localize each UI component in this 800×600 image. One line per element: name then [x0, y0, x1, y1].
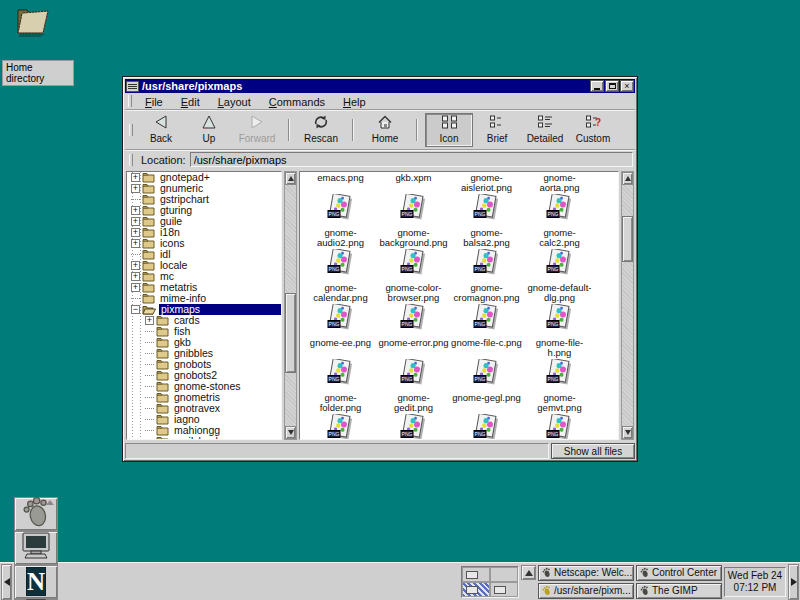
- tree-item-idl[interactable]: idl: [127, 249, 281, 260]
- file-gnome-gedit-png[interactable]: PNGgnome-gedit.png: [377, 356, 450, 411]
- tree-item-mailcheck[interactable]: mailcheck: [127, 436, 281, 440]
- pager-cell-1[interactable]: [462, 567, 490, 582]
- file-gnome-folder-png[interactable]: PNGgnome-folder.png: [304, 356, 377, 411]
- file-item-partial[interactable]: PNG: [377, 411, 450, 440]
- file-gnome-file-h-png[interactable]: PNGgnome-file-h.png: [523, 301, 596, 356]
- maximize-button[interactable]: [605, 80, 619, 92]
- menu-layout[interactable]: Layout: [209, 95, 260, 109]
- menu-edit[interactable]: Edit: [172, 95, 209, 109]
- window-menu-icon[interactable]: [126, 81, 139, 92]
- file-gnome-aisleriot-png[interactable]: PNGgnome-aisleriot.png: [450, 171, 523, 191]
- file-gnome-aorta-png[interactable]: PNGgnome-aorta.png: [523, 171, 596, 191]
- pager-cell-2[interactable]: [490, 567, 518, 582]
- tree-item-fish[interactable]: fish: [127, 326, 281, 337]
- menu-commands[interactable]: Commands: [260, 95, 334, 109]
- menu-help[interactable]: Help: [334, 95, 375, 109]
- tree-scroll-down-icon[interactable]: [285, 426, 296, 439]
- tree-item-gnotepad-[interactable]: +gnotepad+: [127, 172, 281, 183]
- file-gnome-cromagnon-png[interactable]: PNGgnome-cromagnon.png: [450, 246, 523, 301]
- task-button-control-center[interactable]: Control Center: [636, 565, 722, 581]
- expand-plus-icon[interactable]: +: [145, 316, 154, 325]
- tree-item-guile[interactable]: +guile: [127, 216, 281, 227]
- toolbar-grip[interactable]: [129, 124, 133, 136]
- expand-plus-icon[interactable]: +: [131, 261, 140, 270]
- rescan-button[interactable]: Rescan: [297, 113, 345, 147]
- expand-plus-icon[interactable]: +: [131, 217, 140, 226]
- file-gnome-balsa2-png[interactable]: PNGgnome-balsa2.png: [450, 191, 523, 246]
- menubar-grip[interactable]: [128, 95, 132, 107]
- tree-scroll-up-icon[interactable]: [285, 172, 296, 185]
- files-scroll-up-icon[interactable]: [622, 172, 633, 185]
- up-button[interactable]: Up: [185, 113, 233, 147]
- tree-item-cards[interactable]: +cards: [127, 315, 281, 326]
- panel-clock[interactable]: Wed Feb 24 07:12 PM: [724, 567, 786, 597]
- file-gnome-calc2-png[interactable]: PNGgnome-calc2.png: [523, 191, 596, 246]
- tree-item-locale[interactable]: +locale: [127, 260, 281, 271]
- brief-button[interactable]: Brief: [473, 113, 521, 147]
- file-gnome-background-png[interactable]: PNGgnome-background.png: [377, 191, 450, 246]
- file-gnome-calendar-png[interactable]: PNGgnome-calendar.png: [304, 246, 377, 301]
- expand-plus-icon[interactable]: +: [131, 228, 140, 237]
- file-gkb-xpm[interactable]: PNGgkb.xpm: [377, 171, 450, 191]
- tree-item-mc[interactable]: +mc: [127, 271, 281, 282]
- launcher-main-menu-button[interactable]: [14, 497, 58, 531]
- tree-item-gturing[interactable]: +gturing: [127, 205, 281, 216]
- tree-item-icons[interactable]: +icons: [127, 238, 281, 249]
- location-input[interactable]: [190, 152, 633, 167]
- menu-file[interactable]: File: [136, 95, 172, 109]
- tree-item-gstripchart[interactable]: gstripchart: [127, 194, 281, 205]
- files-scroll-down-icon[interactable]: [622, 426, 633, 439]
- launcher-netscape-button[interactable]: N: [14, 565, 58, 599]
- desktop-pager[interactable]: [461, 566, 519, 598]
- tree-scroll-thumb[interactable]: [285, 293, 296, 373]
- file-gnome-color-browser-png[interactable]: PNGgnome-color-browser.png: [377, 246, 450, 301]
- minimize-button[interactable]: [590, 80, 604, 92]
- launcher-terminal-button[interactable]: [14, 531, 58, 565]
- panel-hide-left-button[interactable]: [1, 564, 12, 600]
- expand-plus-icon[interactable]: +: [131, 283, 140, 292]
- show-all-files-button[interactable]: Show all files: [551, 443, 635, 459]
- file-gnome-audio2-png[interactable]: PNGgnome-audio2.png: [304, 191, 377, 246]
- expand-plus-icon[interactable]: +: [131, 206, 140, 215]
- file-gnome-file-c-png[interactable]: PNGgnome-file-c.png: [450, 301, 523, 356]
- file-item-partial[interactable]: PNG: [450, 411, 523, 440]
- file-item-partial[interactable]: PNG: [304, 411, 377, 440]
- file-item-partial[interactable]: PNG: [523, 411, 596, 440]
- file-gnome-gemvt-png[interactable]: PNGgnome-gemvt.png: [523, 356, 596, 411]
- file-gnome-error-png[interactable]: PNGgnome-error.png: [377, 301, 450, 356]
- expand-plus-icon[interactable]: +: [131, 184, 140, 193]
- file-gnome-default-dlg-png[interactable]: PNGgnome-default-dlg.png: [523, 246, 596, 301]
- tree-scroll-trough[interactable]: [285, 185, 296, 426]
- tasklist-expand-button[interactable]: [521, 565, 536, 580]
- tree-item-pixmaps[interactable]: −pixmaps: [127, 304, 281, 315]
- expand-plus-icon[interactable]: +: [131, 239, 140, 248]
- custom-button[interactable]: ?Custom: [569, 113, 617, 147]
- detailed-button[interactable]: Detailed: [521, 113, 569, 147]
- desktop-icon-home-directory[interactable]: Home directory: [2, 4, 74, 86]
- titlebar[interactable]: /usr/share/pixmaps ×: [125, 79, 635, 93]
- pager-cell-4[interactable]: [490, 582, 518, 597]
- close-button[interactable]: ×: [620, 80, 634, 92]
- tree-item-mime-info[interactable]: mime-info: [127, 293, 281, 304]
- home-button[interactable]: Home: [361, 113, 409, 147]
- tree-item-i18n[interactable]: +i18n: [127, 227, 281, 238]
- tree-item-gnotravex[interactable]: gnotravex: [127, 403, 281, 414]
- panel-hide-right-button[interactable]: [788, 564, 799, 600]
- icon-button[interactable]: Icon: [425, 113, 473, 147]
- expand-plus-icon[interactable]: +: [131, 173, 140, 182]
- locationbar-grip[interactable]: [129, 154, 133, 166]
- files-scroll-thumb[interactable]: [622, 216, 633, 262]
- file-gnome-gegl-png[interactable]: PNGgnome-gegl.png: [450, 356, 523, 411]
- files-scrollbar[interactable]: [621, 171, 634, 440]
- file-gnome-ee-png[interactable]: PNGgnome-ee.png: [304, 301, 377, 356]
- pager-cell-3-active[interactable]: [462, 582, 490, 597]
- back-button[interactable]: Back: [137, 113, 185, 147]
- task-button-netscape-welc-[interactable]: Netscape: Welc...: [538, 565, 634, 581]
- task-button--usr-share-pixm-[interactable]: /usr/share/pixm...: [538, 583, 634, 599]
- file-emacs-png[interactable]: PNGemacs.png: [304, 171, 377, 191]
- task-button-the-gimp[interactable]: The GIMP: [636, 583, 722, 599]
- tree-scrollbar[interactable]: [284, 171, 297, 440]
- expand-plus-icon[interactable]: +: [131, 272, 140, 281]
- forward-button[interactable]: Forward: [233, 113, 281, 147]
- files-scroll-trough[interactable]: [622, 185, 633, 426]
